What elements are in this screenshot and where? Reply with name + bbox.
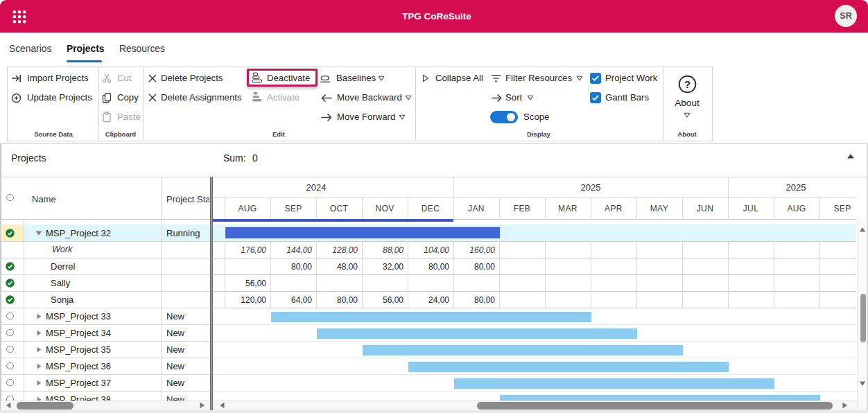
svg-text:?: ?	[684, 78, 691, 90]
